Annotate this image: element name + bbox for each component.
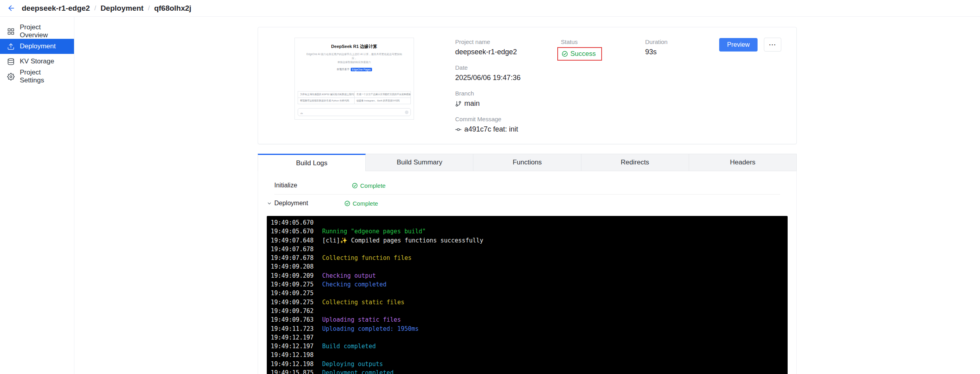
- database-icon: [7, 58, 15, 65]
- project-name-value: deepseek-r1-edge2: [455, 48, 561, 56]
- log-message: Collecting static files: [322, 298, 405, 307]
- git-branch-icon: [455, 101, 462, 107]
- sidebar-item-label: Project Settings: [20, 69, 67, 84]
- main-content: DeepSeek R1 边缘计算 EdgeOne AI 能力在靠近用户的边缘节点…: [74, 17, 980, 374]
- log-timestamp: 19:49:15.875: [271, 368, 322, 374]
- check-circle-icon: [352, 183, 358, 189]
- date-value: 2025/06/06 19:47:36: [455, 74, 561, 82]
- tab-bar: Build Logs Build Summary Functions Redir…: [258, 154, 797, 171]
- log-timestamp: 19:49:07.678: [271, 254, 322, 262]
- tab-functions[interactable]: Functions: [473, 154, 581, 171]
- log-timestamp: 19:49:09.275: [271, 280, 322, 289]
- log-timestamp: 19:49:09.762: [271, 307, 322, 315]
- log-line: 19:49:12.198: [271, 351, 784, 359]
- log-timestamp: 19:49:09.209: [271, 271, 322, 280]
- log-timestamp: 19:49:09.763: [271, 315, 322, 324]
- log-line: 19:49:07.678: [271, 245, 784, 254]
- thumb-prompt-card: 创建像 Instagram、Swift 的界面设计代码: [355, 98, 411, 104]
- more-actions-button[interactable]: ⋯: [764, 38, 781, 52]
- breadcrumb-separator: /: [94, 4, 96, 12]
- sidebar-item-kv-storage[interactable]: KV Storage: [0, 54, 74, 69]
- build-step-deployment[interactable]: Deployment Complete: [267, 195, 788, 212]
- branch-value: main: [455, 99, 561, 108]
- breadcrumb-section[interactable]: Deployment: [101, 4, 144, 13]
- field-label: Branch: [455, 90, 561, 97]
- deployment-fields: Project name deepseek-r1-edge2 Date 2025…: [455, 38, 668, 134]
- check-circle-icon: [344, 200, 350, 206]
- log-message: Deploying outputs: [322, 360, 383, 368]
- log-line: 19:49:12.197: [271, 333, 784, 342]
- log-line: 19:49:09.275 Collecting static files: [271, 298, 784, 307]
- branch-field: Branch main: [455, 90, 561, 108]
- thumb-prompt-grid: 为带有土壤传感器的 ESP32 编写低功耗数据上报代码 生成一个太空产品展示页导…: [298, 91, 411, 104]
- thumb-prompt-card: 帮我整理这份报表数据并生成 Python 分析代码: [298, 98, 354, 104]
- commit-message-value: a491c7c feat: init: [455, 125, 561, 134]
- log-line: 19:49:05.670 Running "edgeone pages buil…: [271, 227, 784, 236]
- sidebar-item-label: Project Overview: [20, 23, 67, 39]
- log-message: Checking completed: [322, 280, 387, 289]
- thumb-description: EdgeOne AI 能力在靠近用户的边缘节点上运行 AI 计算，服务具有更低延…: [305, 52, 404, 64]
- field-label: Duration: [645, 38, 668, 45]
- log-line: 19:49:09.763 Uploading static files: [271, 315, 784, 324]
- sidebar-item-project-settings[interactable]: Project Settings: [0, 69, 74, 84]
- log-timestamp: 19:49:12.197: [271, 342, 322, 351]
- grid-icon: [7, 28, 15, 35]
- thumb-input-hint: ds: [300, 112, 303, 114]
- log-line: 19:49:12.198 Deploying outputs: [271, 360, 784, 368]
- back-arrow-icon[interactable]: [7, 4, 15, 12]
- log-timestamp: 19:49:07.678: [271, 245, 322, 254]
- breadcrumb-project[interactable]: deepseek-r1-edge2: [22, 4, 90, 13]
- log-timestamp: 19:49:05.670: [271, 227, 322, 236]
- log-message: [cli]✨ Compiled pages functions successf…: [322, 236, 483, 245]
- log-line: 19:49:09.275 Checking completed: [271, 280, 784, 289]
- preview-button[interactable]: Preview: [719, 38, 758, 52]
- log-message: Deployment completed: [322, 368, 394, 374]
- check-circle-icon: [562, 51, 568, 57]
- log-line: 19:49:09.762: [271, 307, 784, 315]
- thumb-send-icon: [405, 111, 408, 114]
- sidebar-item-project-overview[interactable]: Project Overview: [0, 24, 74, 39]
- sidebar-item-label: Deployment: [20, 42, 56, 50]
- sidebar-item-deployment[interactable]: Deployment: [0, 39, 74, 54]
- field-label: Status: [561, 38, 645, 45]
- tab-headers[interactable]: Headers: [689, 154, 797, 171]
- log-line: 19:49:07.648 [cli]✨ Compiled pages funct…: [271, 236, 784, 245]
- thumb-caption: 本项目基于: [336, 68, 349, 71]
- log-timestamp: 19:49:05.670: [271, 218, 322, 227]
- log-message: Uploading static files: [322, 315, 401, 324]
- chevron-down-icon[interactable]: [267, 201, 274, 206]
- step-status: Complete: [352, 182, 386, 189]
- log-timestamp: 19:49:12.198: [271, 351, 322, 359]
- card-actions: Preview ⋯: [719, 38, 781, 52]
- build-log-terminal[interactable]: 19:49:05.670 19:49:05.670 Running "edgeo…: [267, 216, 788, 374]
- log-message: Uploading completed: 1950ms: [322, 324, 419, 333]
- log-timestamp: 19:49:07.648: [271, 236, 322, 245]
- tab-redirects[interactable]: Redirects: [581, 154, 689, 171]
- log-timestamp: 19:49:12.197: [271, 333, 322, 342]
- git-commit-icon: [455, 126, 462, 133]
- build-logs-panel: Initialize Complete Deployment Complete …: [258, 171, 797, 374]
- log-line: 19:49:09.275: [271, 289, 784, 298]
- build-step-initialize[interactable]: Initialize Complete: [267, 177, 788, 194]
- commit-message-field: Commit Message a491c7c feat: init: [455, 116, 561, 134]
- tab-build-logs[interactable]: Build Logs: [258, 154, 366, 171]
- field-label: Commit Message: [455, 116, 561, 122]
- log-timestamp: 19:49:09.275: [271, 298, 322, 307]
- tab-build-summary[interactable]: Build Summary: [366, 154, 473, 171]
- step-name: Deployment: [274, 200, 344, 207]
- log-line: 19:49:12.197 Build completed: [271, 342, 784, 351]
- log-message: Checking output: [322, 271, 376, 280]
- log-line: 19:49:15.875 Deployment completed: [271, 368, 784, 374]
- breadcrumb-deployment-id: qf68olhx2j: [154, 4, 191, 13]
- thumb-edgeone-badge: EdgeOne Pages: [351, 68, 372, 71]
- thumb-prompt-card: 为带有土壤传感器的 ESP32 编写低功耗数据上报代码: [298, 92, 354, 97]
- duration-field: Duration 93s: [645, 38, 668, 56]
- date-field: Date 2025/06/06 19:47:36: [455, 64, 561, 82]
- log-timestamp: 19:49:12.198: [271, 360, 322, 368]
- deployment-preview-thumbnail[interactable]: DeepSeek R1 边缘计算 EdgeOne AI 能力在靠近用户的边缘节点…: [294, 38, 414, 120]
- upload-icon: [7, 43, 15, 50]
- log-line: 19:49:09.209 Checking output: [271, 271, 784, 280]
- log-timestamp: 19:49:09.275: [271, 289, 322, 298]
- log-timestamp: 19:49:11.723: [271, 324, 322, 333]
- field-label: Date: [455, 64, 561, 71]
